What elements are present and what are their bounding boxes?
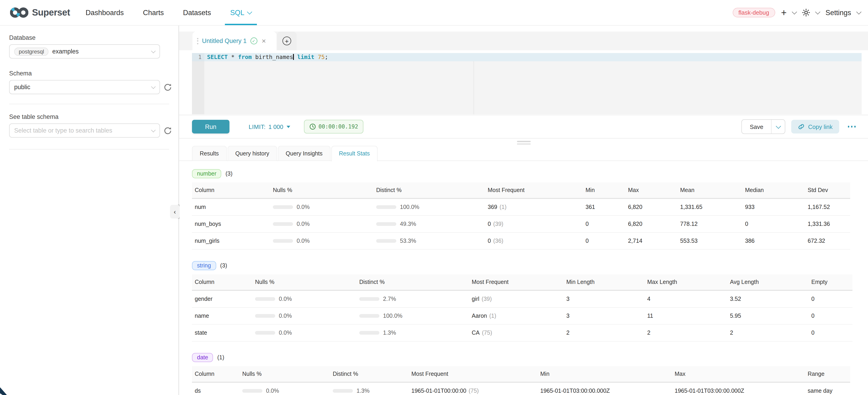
stat-value-cell: 3 [564,307,645,324]
most-frequent-count: (1) [500,204,507,210]
most-frequent-cell: 0(39) [485,216,583,233]
most-frequent-value: girl [472,296,479,302]
save-dropdown-button[interactable] [771,120,785,133]
collapse-sidebar-button[interactable]: ‹ [170,205,180,218]
column-header: Max [672,366,805,382]
copy-link-button[interactable]: Copy link [791,120,839,133]
add-tab-button[interactable]: + [277,32,297,50]
distinct-percent: 2.7% [383,296,396,302]
stats-section-number: number(3)ColumnNulls %Distinct %Most Fre… [192,169,868,250]
distinct-cell: 49.3% [373,216,485,233]
most-frequent-cell: Aaron(1) [469,307,564,324]
schema-value: public [14,84,30,91]
nav-item-sql[interactable]: SQL [230,0,251,25]
table-row: num0.0%100.0%369(1)3616,8201,331.659331,… [192,199,850,216]
tab-query-history[interactable]: Query history [227,146,277,161]
nulls-percent: 0.0% [266,388,279,394]
schema-label: Schema [9,70,169,77]
column-name-cell: gender [192,290,252,307]
nav-item-datasets[interactable]: Datasets [183,0,211,25]
stat-value-cell: 933 [742,199,805,216]
column-header: Column [192,274,252,290]
most-frequent-value: Aaron [472,313,487,319]
most-frequent-cell: CA(75) [469,324,564,341]
most-frequent-cell: 369(1) [485,199,583,216]
column-header: Min [537,366,672,382]
sidebar-divider [9,104,169,104]
nulls-cell: 0.0% [270,233,373,249]
more-actions-button[interactable] [848,126,856,127]
tab-result-stats[interactable]: Result Stats [331,146,377,161]
column-header: Range [805,366,850,382]
table-header-row: ColumnNulls %Distinct %Most FrequentMinM… [192,366,850,382]
distinct-bar [359,297,379,301]
refresh-schemas-icon[interactable] [163,83,172,92]
table-header-row: ColumnNulls %Distinct %Most FrequentMin … [192,274,852,290]
column-header: Empty [809,274,852,290]
table-row: num_boys0.0%49.3%0(39)06,820778.1201,331… [192,216,850,233]
chevron-down-icon [856,9,862,14]
chevron-down-icon[interactable] [815,9,820,14]
save-button[interactable]: Save [742,120,771,133]
stats-section-date: date(1)ColumnNulls %Distinct %Most Frequ… [192,353,868,395]
theme-icon[interactable] [802,9,810,17]
refresh-tables-icon[interactable] [163,126,172,135]
limit-dropdown[interactable]: LIMIT: 1 000 [249,123,290,130]
nav-item-dashboards[interactable]: Dashboards [86,0,124,25]
results-resize-handle[interactable] [179,141,868,145]
tab-query-insights[interactable]: Query Insights [278,146,330,161]
stat-value-cell: 0 [583,233,625,249]
settings-menu[interactable]: Settings [826,8,851,17]
distinct-cell: 53.3% [373,233,485,249]
sql-code-editor[interactable]: 1 SELECT * from birth_names limit 75; [192,53,862,114]
nav-item-charts[interactable]: Charts [143,0,164,25]
most-frequent-count: (1) [489,313,496,319]
stat-value-cell: 778.12 [677,216,742,233]
stat-value-cell: 1965-01-01T03:00:00.000Z [537,382,672,395]
distinct-percent: 49.3% [400,221,416,227]
query-tab[interactable]: Untitled Query 1 ✓ × [192,32,277,50]
column-header: Nulls % [240,366,330,382]
most-frequent-count: (75) [468,388,478,394]
table-select[interactable]: Select table or type to search tables [9,123,160,138]
chevron-down-icon[interactable] [792,9,797,14]
nulls-bar [255,331,275,335]
stat-value-cell: 553.53 [677,233,742,249]
most-frequent-count: (39) [493,221,503,227]
stats-table-number: ColumnNulls %Distinct %Most FrequentMinM… [192,182,850,250]
nulls-bar [255,297,275,301]
column-header: Median [742,182,805,199]
column-header: Distinct % [330,366,409,382]
most-frequent-value: 1965-01-01T00:00:00 [411,388,466,394]
database-select[interactable]: postgresql examples [9,44,160,59]
editor-gutter [192,53,204,114]
most-frequent-value: 0 [488,221,491,227]
table-header-row: ColumnNulls %Distinct %Most FrequentMinM… [192,182,850,199]
stat-value-cell: same day [805,382,850,395]
distinct-bar [359,314,379,318]
stat-value-cell: 1,331.65 [677,199,742,216]
sql-token: * [228,54,238,60]
nulls-cell: 0.0% [252,290,356,307]
column-header: Std Dev [805,182,850,199]
most-frequent-count: (36) [493,238,503,244]
most-frequent-value: CA [472,330,480,336]
sql-token: limit [297,54,314,60]
superset-brand[interactable]: Superset [0,0,70,25]
nulls-bar [242,389,262,393]
new-item-button[interactable]: + [781,8,787,18]
drag-handle-icon[interactable] [197,38,198,44]
schema-select[interactable]: public [9,80,160,94]
sql-code-line[interactable]: SELECT * from birth_names limit 75; [207,53,328,61]
database-value: examples [52,48,79,55]
run-button[interactable]: Run [192,120,229,133]
column-header: Column [192,182,270,199]
save-split-button: Save [742,119,785,134]
close-tab-icon[interactable]: × [262,37,266,45]
most-frequent-value: 0 [488,238,491,244]
column-name-cell: ds [192,382,240,395]
nulls-cell: 0.0% [252,307,356,324]
nulls-bar [273,222,293,226]
tab-results[interactable]: Results [192,146,226,161]
query-timer: 00:00:00.192 [304,120,364,133]
